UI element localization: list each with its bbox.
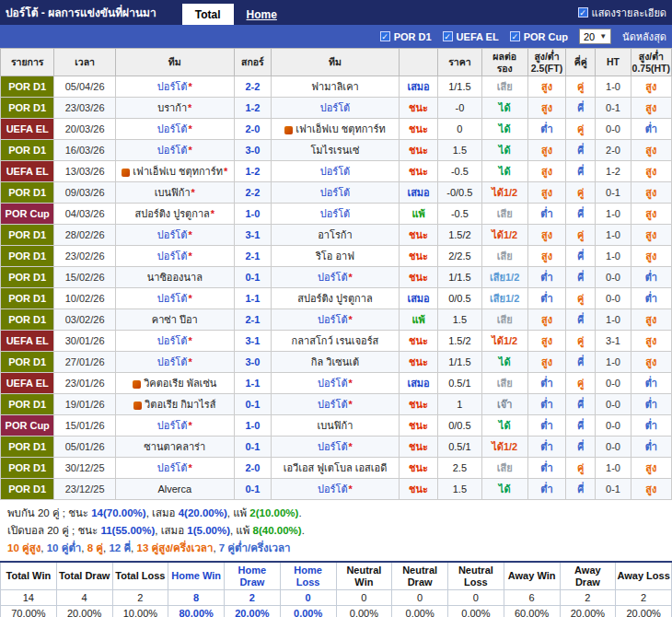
favorite-star-icon: * xyxy=(349,314,353,325)
team-name: โมไรเรนเซ่ xyxy=(310,145,359,156)
favorite-star-icon: * xyxy=(349,399,353,410)
favorite-star-icon: * xyxy=(188,102,191,113)
handicap-result: ได้ xyxy=(481,140,527,161)
match-date: 10/02/26 xyxy=(54,288,115,309)
team-cell: ปอร์โต้* xyxy=(271,394,399,415)
summary-line: 10 คู่สูง, 10 คู่ต่ำ, 8 คู่, 12 คี่, 13 … xyxy=(7,540,665,557)
column-header: เวลา xyxy=(54,49,115,76)
odd-even: คี่ xyxy=(566,394,596,415)
match-count-select[interactable]: 20 ▼ xyxy=(579,29,611,44)
team-logo-icon xyxy=(133,380,141,389)
table-row: POR Cup04/03/26สปอร์ติง ปูรตูกาล*1-0ปอร์… xyxy=(1,204,672,225)
team-name: ปอร์โต้ xyxy=(157,335,188,346)
team-cell: เอวีเอส ฟูเตโบล เอสเอดี xyxy=(271,458,399,479)
team-name: เฟาเอ็ฟเบ ชตุทการ์ท xyxy=(295,123,386,134)
team-cell: ปอร์โต้* xyxy=(115,415,234,437)
team-name: กิล วิเซนเต้ xyxy=(311,356,359,367)
favorite-star-icon: * xyxy=(188,229,191,240)
handicap-result: ได้1/2 xyxy=(481,182,527,204)
handicap-result: เสีย1/2 xyxy=(481,267,527,288)
tab-total[interactable]: Total xyxy=(182,4,234,25)
team-cell: อาโรก้า xyxy=(271,225,399,246)
league-filter-por-d1[interactable]: ✓POR D1 xyxy=(380,31,432,42)
totals-percent: 20.00% xyxy=(560,606,616,617)
score: 3-0 xyxy=(234,352,271,373)
odd-even: คู่ xyxy=(566,119,596,140)
halftime-score: 0-0 xyxy=(596,119,631,140)
handicap-result: ได้ xyxy=(481,119,527,140)
league-badge: POR Cup xyxy=(1,204,54,225)
table-row: POR D123/03/26บราก้า*1-2ปอร์โต้ชนะ-0ได้ส… xyxy=(1,98,672,119)
handicap-price: 1/1.5 xyxy=(438,267,481,288)
column-header: ทีม xyxy=(271,49,399,76)
match-date: 05/04/26 xyxy=(54,76,115,98)
totals-column-header: Home Loss xyxy=(280,562,336,590)
match-date: 30/01/26 xyxy=(54,331,115,352)
totals-percents-row: 70.00%20.00%10.00%80.00%20.00%0.00%0.00%… xyxy=(1,606,672,617)
team-cell: บราก้า* xyxy=(115,98,234,119)
league-filter-uefa-el[interactable]: ✓UEFA EL xyxy=(443,31,499,42)
odd-even: คี่ xyxy=(566,246,596,267)
tab-home[interactable]: Home xyxy=(234,4,290,25)
handicap-price: 1/1.5 xyxy=(438,76,481,98)
over-under-ft: ต่ำ xyxy=(527,267,565,288)
score: 1-1 xyxy=(234,373,271,394)
table-row: POR D103/02/26คาซ่า ปีอา2-1ปอร์โต้*แพ้1.… xyxy=(1,309,672,331)
team-name: สปอร์ติง ปูรตูกาล xyxy=(297,293,372,304)
over-under-ft: ต่ำ xyxy=(527,437,565,458)
table-row: POR D119/01/26วิตอเรีย กิมาไรส์0-1ปอร์โต… xyxy=(1,394,672,415)
summary-text: 4(20.00%) xyxy=(179,507,227,518)
table-row: POR D109/03/26เบนฟิก้า*2-2ปอร์โต้เสมอ-0/… xyxy=(1,182,672,204)
handicap-result: เสีย xyxy=(481,309,527,331)
halftime-score: 1-0 xyxy=(596,204,631,225)
league-filter-por-cup[interactable]: ✓POR Cup xyxy=(510,31,568,42)
table-row: POR D128/02/26ปอร์โต้*3-1อาโรก้าชนะ1.5/2… xyxy=(1,225,672,246)
totals-column-header: Neutral Draw xyxy=(392,562,448,590)
totals-column-header: Total Loss xyxy=(112,562,168,590)
totals-percent: 0.00% xyxy=(280,606,336,617)
table-row: POR D123/02/26ปอร์โต้*2-1ริโอ อาฟชนะ2/2.… xyxy=(1,246,672,267)
odd-even: คี่ xyxy=(566,479,596,500)
handicap-result: เสีย xyxy=(481,373,527,394)
match-result: แพ้ xyxy=(399,204,437,225)
team-name: อาโรก้า xyxy=(318,229,352,240)
over-under-ht: ต่ำ xyxy=(631,437,671,458)
halftime-score: 1-0 xyxy=(596,76,631,98)
handicap-price: 1 xyxy=(438,394,481,415)
team-cell: คาซ่า ปีอา xyxy=(115,309,234,331)
over-under-ft: สูง xyxy=(527,246,565,267)
team-cell: วิตอเรีย กิมาไรส์ xyxy=(115,394,234,415)
handicap-price: 1.5 xyxy=(438,140,481,161)
halftime-score: 0-0 xyxy=(596,373,631,394)
handicap-price: -0 xyxy=(438,98,481,119)
results-table: รายการเวลาทีมสกอร์ทีมราคาผลต่อ รองสูง/ต่… xyxy=(0,48,672,500)
league-badge: POR D1 xyxy=(1,267,54,288)
totals-count: 0 xyxy=(280,590,336,606)
team-logo-icon xyxy=(122,169,130,177)
league-badge: POR D1 xyxy=(1,458,54,479)
column-header: สูง/ต่ำ 0.75(HT) xyxy=(631,49,671,76)
team-name: ปอร์โต้ xyxy=(318,441,348,452)
team-cell: ปอร์โต้ xyxy=(271,161,399,182)
team-cell: นาซิอองนาล xyxy=(115,267,234,288)
over-under-ft: สูง xyxy=(527,331,565,352)
handicap-result: ได้ xyxy=(481,98,527,119)
odd-even: คี่ xyxy=(566,204,596,225)
over-under-ft: ต่ำ xyxy=(527,204,565,225)
team-name: ปอร์โต้ xyxy=(157,356,188,367)
match-result: ชนะ xyxy=(399,394,437,415)
league-filter-label: POR Cup xyxy=(524,31,568,42)
show-details-checkbox[interactable]: ✓ แสดงรายละเอียด xyxy=(578,5,666,21)
team-name: ปอร์โต้ xyxy=(320,166,351,177)
match-result: ชนะ xyxy=(399,458,437,479)
handicap-price: -0/0.5 xyxy=(438,182,481,204)
team-name: ปอร์โต้ xyxy=(157,123,188,134)
team-name: คาซ่า ปีอา xyxy=(152,314,198,325)
handicap-price: 1/1.5 xyxy=(438,352,481,373)
team-cell: เบนฟิก้า xyxy=(271,415,399,437)
summary-line: พบกัน 20 คู่ ; ชนะ 14(70.00%), เสมอ 4(20… xyxy=(7,505,665,522)
team-name: สปอร์ติง ปูรตูกาล xyxy=(134,208,209,219)
team-cell: ริโอ อาฟ xyxy=(271,246,399,267)
odd-even: คู่ xyxy=(566,76,596,98)
odd-even: คู่ xyxy=(566,331,596,352)
